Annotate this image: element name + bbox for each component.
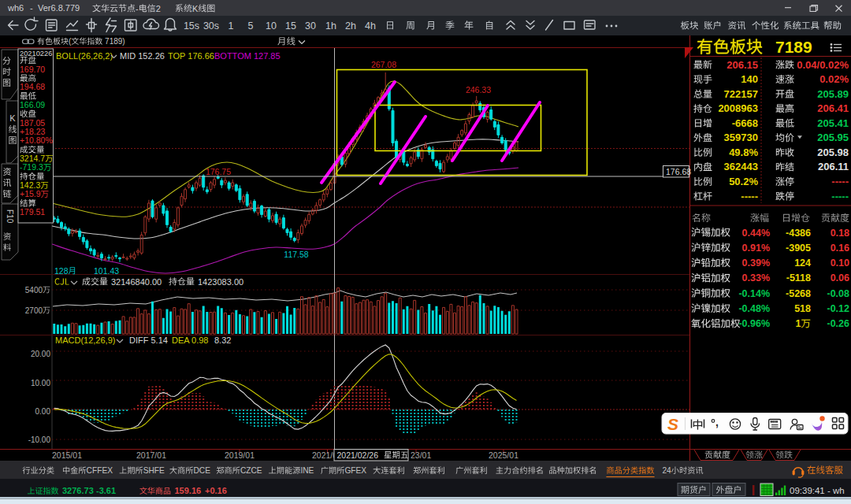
svg-text:-: - xyxy=(30,3,33,13)
svg-text:1h: 1h xyxy=(325,20,336,32)
svg-text:-0.08: -0.08 xyxy=(827,288,850,299)
svg-text:0.44%: 0.44% xyxy=(742,228,770,239)
svg-text:-3.61: -3.61 xyxy=(96,486,116,495)
svg-text:49.8%: 49.8% xyxy=(729,146,758,158)
svg-text:0.04/0.02%: 0.04/0.02% xyxy=(797,59,849,71)
svg-text:-3905: -3905 xyxy=(786,243,811,254)
svg-text:20210226: 20210226 xyxy=(20,50,52,57)
svg-text:K: K xyxy=(9,113,16,123)
svg-text:518: 518 xyxy=(794,303,811,314)
svg-text:wh6: wh6 xyxy=(7,3,24,13)
svg-text:0.39%: 0.39% xyxy=(742,258,770,269)
svg-text:23/01: 23/01 xyxy=(411,450,431,460)
svg-text:5400: 5400 xyxy=(25,286,43,295)
svg-text:140: 140 xyxy=(741,73,758,85)
svg-text:0.00: 0.00 xyxy=(35,407,51,416)
svg-text:-----: ----- xyxy=(831,191,849,202)
svg-text:2015/01: 2015/01 xyxy=(52,450,82,460)
svg-text:15: 15 xyxy=(285,20,296,32)
svg-text:Ver6.8.779: Ver6.8.779 xyxy=(38,3,80,13)
svg-text:362443: 362443 xyxy=(724,161,758,172)
svg-text:0.06: 0.06 xyxy=(831,272,849,284)
svg-text:-0.96%: -0.96% xyxy=(738,318,770,329)
svg-text:205.41: 205.41 xyxy=(817,117,849,129)
svg-text:206.41: 206.41 xyxy=(817,102,849,114)
svg-text:-0.48%: -0.48% xyxy=(738,303,770,314)
svg-text:F10: F10 xyxy=(6,209,14,224)
svg-text:124: 124 xyxy=(794,258,811,269)
svg-text:MACD(12,26,9): MACD(12,26,9) xyxy=(55,335,115,345)
svg-text:128: 128 xyxy=(54,266,69,276)
svg-text:7189: 7189 xyxy=(775,38,812,56)
svg-text:2700: 2700 xyxy=(25,306,43,315)
svg-text:194.68: 194.68 xyxy=(20,82,45,91)
svg-text:-5268: -5268 xyxy=(786,288,811,299)
svg-text:142.3: 142.3 xyxy=(20,180,40,190)
svg-text:3276.73: 3276.73 xyxy=(62,486,94,495)
svg-text:-0.12: -0.12 xyxy=(827,303,850,314)
svg-text:179.51: 179.51 xyxy=(20,207,45,217)
svg-text:166.09: 166.09 xyxy=(20,100,45,109)
svg-text:1: 1 xyxy=(796,318,801,329)
svg-text:+0.16: +0.16 xyxy=(205,486,227,495)
svg-text:-: - xyxy=(136,4,139,13)
svg-text:0.16: 0.16 xyxy=(831,243,849,254)
svg-text:3214.7: 3214.7 xyxy=(20,154,45,163)
svg-text:CZCE: CZCE xyxy=(240,466,262,475)
svg-text:205.95: 205.95 xyxy=(817,132,849,143)
svg-text:10.00: 10.00 xyxy=(31,379,50,387)
svg-text:DCE: DCE xyxy=(194,466,211,475)
svg-text:10: 10 xyxy=(266,20,277,32)
svg-text:GFEX: GFEX xyxy=(344,466,366,475)
svg-text:09:39:41 - wh: 09:39:41 - wh xyxy=(790,486,845,495)
svg-text:206.15: 206.15 xyxy=(727,59,758,71)
svg-text:187.05: 187.05 xyxy=(20,118,45,128)
svg-text:-4386: -4386 xyxy=(786,228,811,239)
svg-text:0.91%: 0.91% xyxy=(742,243,770,254)
svg-text:2008963: 2008963 xyxy=(718,102,758,114)
svg-text:722157: 722157 xyxy=(724,88,758,100)
svg-text:DEA 0.98: DEA 0.98 xyxy=(172,335,208,345)
svg-text:0.18: 0.18 xyxy=(831,228,849,239)
svg-text:8.32: 8.32 xyxy=(214,335,231,345)
svg-text:176.68: 176.68 xyxy=(666,167,691,176)
svg-text:1: 1 xyxy=(229,20,234,32)
svg-text:-5118: -5118 xyxy=(786,272,811,284)
svg-text:-----: ----- xyxy=(741,191,758,202)
svg-text:MID 152.26: MID 152.26 xyxy=(120,51,165,61)
svg-text:4h: 4h xyxy=(365,20,376,32)
svg-text:169.70: 169.70 xyxy=(20,65,45,74)
svg-text:-0.14%: -0.14% xyxy=(738,288,770,299)
svg-text:BOLL(26,26,2): BOLL(26,26,2) xyxy=(56,51,113,61)
svg-text:20.00: 20.00 xyxy=(31,350,50,358)
svg-text:-0.26: -0.26 xyxy=(827,318,850,329)
svg-text:359730: 359730 xyxy=(724,132,758,143)
svg-text:+10.80%: +10.80% xyxy=(20,135,53,145)
svg-text:-----: ----- xyxy=(831,176,849,187)
svg-text:INE: INE xyxy=(300,466,314,475)
svg-text:CFFEX: CFFEX xyxy=(87,466,113,475)
svg-text:205.89: 205.89 xyxy=(817,88,849,100)
svg-text:176.75: 176.75 xyxy=(206,167,231,176)
svg-text:TOP 176.66: TOP 176.66 xyxy=(168,51,214,61)
svg-text:267.08: 267.08 xyxy=(371,60,396,69)
svg-text:2021/02/26: 2021/02/26 xyxy=(337,450,379,460)
svg-text:DIFF 5.14: DIFF 5.14 xyxy=(129,335,168,345)
svg-text:0.02%: 0.02% xyxy=(819,73,849,85)
svg-text:1423083.00: 1423083.00 xyxy=(198,277,243,287)
svg-text:,: , xyxy=(715,416,719,428)
svg-text:117.58: 117.58 xyxy=(284,250,308,259)
svg-text:S: S xyxy=(667,415,678,433)
svg-text:SHFE: SHFE xyxy=(143,466,165,475)
svg-text:5: 5 xyxy=(248,20,254,32)
svg-text:15s: 15s xyxy=(184,20,199,32)
svg-text:206.11: 206.11 xyxy=(818,161,849,172)
svg-text:2h: 2h xyxy=(345,20,356,32)
svg-text:50.2%: 50.2% xyxy=(729,176,758,187)
svg-text:+18.23: +18.23 xyxy=(20,127,46,136)
svg-text:24: 24 xyxy=(662,466,671,475)
svg-text:30s: 30s xyxy=(203,20,219,32)
svg-text:-6668: -6668 xyxy=(732,117,758,129)
svg-text:2019/01: 2019/01 xyxy=(225,450,255,460)
svg-text:K: K xyxy=(192,4,199,13)
